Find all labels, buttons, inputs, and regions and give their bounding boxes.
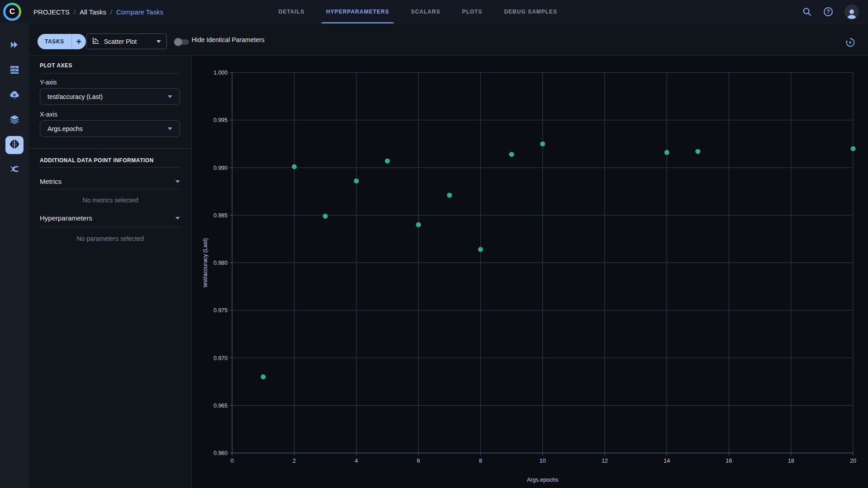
- plot-type-dropdown[interactable]: Scatter Plot: [86, 33, 167, 49]
- x-axis-title: Args.epochs: [527, 477, 558, 483]
- sidebar-item-workers-queues[interactable]: [5, 61, 24, 80]
- sidebar-item-applications[interactable]: [5, 86, 24, 104]
- breadcrumb-projects[interactable]: PROJECTS: [33, 8, 70, 16]
- divider: [40, 167, 180, 168]
- clearml-logo[interactable]: C: [3, 3, 21, 21]
- tasks-split-button: TASKS +: [38, 34, 86, 49]
- top-header: C PROJECTS / All Tasks / Compare Tasks D…: [0, 0, 868, 23]
- breadcrumb-separator: /: [110, 8, 112, 16]
- tab-scalars[interactable]: SCALARS: [400, 0, 451, 23]
- tab-plots[interactable]: PLOTS: [451, 0, 493, 23]
- breadcrumb: PROJECTS / All Tasks / Compare Tasks: [33, 0, 163, 23]
- chevron-down-icon: [156, 40, 161, 43]
- metrics-expander[interactable]: Metrics: [40, 178, 180, 185]
- sidebar-item-projects[interactable]: [5, 136, 24, 154]
- sidebar-item-datasets[interactable]: [5, 111, 24, 129]
- x-tick-label: 10: [539, 458, 546, 464]
- sidebar-item-dashboard[interactable]: [5, 37, 24, 55]
- toggle-knob: [174, 38, 182, 46]
- layers-icon: [9, 114, 20, 127]
- breadcrumb-separator: /: [74, 8, 75, 16]
- app-root: C PROJECTS / All Tasks / Compare Tasks D…: [0, 0, 868, 488]
- y-tick-label: 0.980: [213, 260, 227, 266]
- divider: [29, 148, 192, 149]
- data-point[interactable]: [509, 152, 514, 157]
- x-tick-label: 8: [479, 458, 482, 464]
- x-tick-label: 20: [850, 458, 856, 464]
- pipeline-icon: [9, 164, 20, 176]
- hide-identical-parameters-label: Hide Identical Parameters: [192, 23, 264, 56]
- metrics-empty-note: No metrics selected: [29, 197, 192, 204]
- data-point[interactable]: [851, 146, 856, 151]
- data-point[interactable]: [292, 164, 297, 169]
- server-queues-icon: [9, 64, 20, 77]
- y-axis-label: Y-axis: [40, 79, 57, 86]
- y-tick-label: 0.960: [213, 450, 227, 456]
- y-axis-value: test/accuracy (Last): [47, 93, 103, 100]
- data-point[interactable]: [664, 150, 669, 155]
- data-point[interactable]: [695, 149, 700, 154]
- hide-identical-parameters-toggle[interactable]: [175, 39, 189, 45]
- x-axis-select[interactable]: Args.epochs: [40, 120, 180, 137]
- tab-debug-samples[interactable]: DEBUG SAMPLES: [493, 0, 568, 23]
- refresh-icon[interactable]: [845, 38, 855, 47]
- x-axis-value: Args.epochs: [47, 125, 83, 132]
- brain-icon: [9, 139, 20, 151]
- scatter-plot-icon: [92, 37, 99, 46]
- data-point[interactable]: [354, 178, 359, 183]
- data-point[interactable]: [261, 375, 266, 380]
- y-axis-select[interactable]: test/accuracy (Last): [40, 88, 180, 105]
- x-tick-label: 14: [664, 458, 670, 464]
- help-icon[interactable]: ?: [823, 7, 833, 17]
- plot-axes-title: PLOT AXES: [40, 62, 72, 69]
- data-point[interactable]: [478, 247, 483, 252]
- tab-details[interactable]: DETAILS: [268, 0, 315, 23]
- y-axis-title: test/accuracy (Last): [202, 238, 208, 287]
- breadcrumb-all-tasks[interactable]: All Tasks: [80, 8, 106, 16]
- data-point[interactable]: [540, 141, 545, 146]
- cloud-gear-icon: [9, 89, 20, 102]
- scatter-plot[interactable]: 0.9600.9650.9700.9750.9800.9850.9900.995…: [192, 56, 868, 488]
- hyperparameters-empty-note: No parameters selected: [29, 235, 192, 242]
- x-tick-label: 12: [602, 458, 608, 464]
- y-tick-label: 0.990: [213, 165, 227, 171]
- y-tick-label: 0.985: [213, 212, 227, 219]
- breadcrumb-compare-tasks: Compare Tasks: [116, 8, 163, 16]
- scatter-chart-card: 0.9600.9650.9700.9750.9800.9850.9900.995…: [192, 56, 868, 488]
- hyperparameters-expander[interactable]: Hyperparameters: [40, 214, 180, 222]
- tab-hyperparameters[interactable]: HYPERPARAMETERS: [315, 0, 400, 23]
- chevron-down-icon: [175, 180, 180, 183]
- divider: [40, 189, 180, 189]
- tasks-button[interactable]: TASKS: [38, 34, 71, 49]
- data-point[interactable]: [416, 222, 421, 227]
- chevron-down-icon: [175, 217, 180, 220]
- hyperparameters-label: Hyperparameters: [40, 214, 92, 222]
- user-avatar[interactable]: [844, 5, 859, 19]
- data-point[interactable]: [323, 214, 328, 219]
- y-tick-label: 0.995: [213, 117, 227, 123]
- additional-info-title: ADDITIONAL DATA POINT INFORMATION: [40, 157, 154, 164]
- left-icon-rail: [0, 23, 29, 488]
- fast-forward-icon: [9, 39, 20, 52]
- data-point[interactable]: [447, 193, 452, 198]
- clearml-logo-letter: C: [5, 5, 19, 19]
- plot-config-panel: PLOT AXES Y-axis test/accuracy (Last) X-…: [29, 56, 192, 488]
- tab-bar: DETAILS HYPERPARAMETERS SCALARS PLOTS DE…: [268, 0, 568, 23]
- y-tick-label: 1.000: [213, 70, 227, 76]
- x-axis-label: X-axis: [40, 111, 57, 118]
- x-tick-label: 6: [417, 458, 420, 464]
- search-icon[interactable]: [802, 7, 812, 17]
- x-tick-label: 18: [788, 458, 794, 464]
- divider: [40, 227, 180, 227]
- sidebar-item-pipelines[interactable]: [5, 161, 24, 179]
- x-tick-label: 16: [726, 458, 732, 464]
- data-point[interactable]: [385, 159, 390, 164]
- x-tick-label: 0: [231, 458, 234, 464]
- y-tick-label: 0.975: [213, 307, 227, 314]
- add-task-button[interactable]: +: [71, 34, 86, 49]
- chevron-down-icon: [168, 127, 172, 130]
- y-tick-label: 0.965: [213, 403, 227, 409]
- x-tick-label: 2: [292, 458, 296, 464]
- x-tick-label: 4: [355, 458, 358, 464]
- y-tick-label: 0.970: [213, 355, 227, 361]
